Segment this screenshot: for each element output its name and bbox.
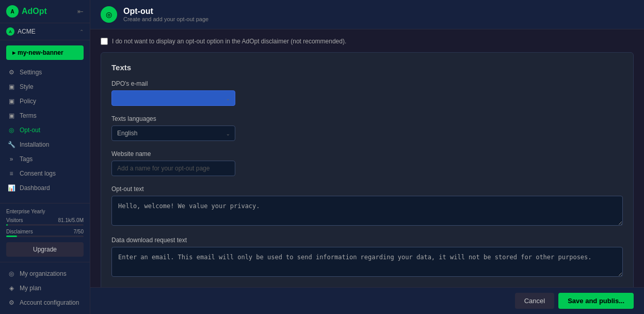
logo-icon: A bbox=[6, 5, 19, 18]
visitors-row: Visitors 81.1k/5.0M bbox=[6, 217, 84, 223]
sidebar-item-label: My organizations bbox=[20, 270, 67, 277]
sidebar-bottom: ◎ My organizations ◈ My plan ⚙ Account c… bbox=[0, 262, 90, 314]
sidebar-item-label: Account configuration bbox=[20, 299, 79, 306]
opt-out-text-textarea[interactable] bbox=[111, 196, 623, 226]
texts-languages-label: Texts languages bbox=[111, 115, 623, 122]
sidebar-item-label: Opt-out bbox=[20, 127, 40, 134]
dpo-email-wrapper bbox=[111, 90, 235, 106]
sidebar-item-my-plan[interactable]: ◈ My plan bbox=[0, 281, 90, 295]
sidebar-item-tags[interactable]: » Tags bbox=[0, 152, 90, 166]
no-display-checkbox[interactable] bbox=[101, 38, 108, 45]
visitors-bar-fill bbox=[6, 224, 8, 226]
dpo-email-select[interactable] bbox=[111, 90, 235, 106]
chevron-icon: ⌃ bbox=[79, 29, 84, 35]
sidebar-item-label: My plan bbox=[20, 285, 41, 292]
account-config-icon: ⚙ bbox=[7, 299, 15, 306]
sidebar-item-style[interactable]: ▣ Style bbox=[0, 80, 90, 94]
dpo-email-group: DPO's e-mail bbox=[111, 80, 623, 106]
sidebar: A AdOpt ⇤ A ACME ⌃ my-new-banner ⚙ Setti… bbox=[0, 0, 90, 314]
card-section-title: Texts bbox=[111, 63, 623, 72]
logo-text: AdOpt bbox=[22, 7, 47, 16]
collapse-icon[interactable]: ⇤ bbox=[77, 7, 84, 15]
sidebar-item-label: Style bbox=[20, 83, 34, 90]
footer: Cancel Save and publis... bbox=[90, 287, 644, 314]
visitors-bar bbox=[6, 224, 84, 226]
org-selector[interactable]: A ACME ⌃ bbox=[0, 23, 90, 40]
sidebar-item-terms[interactable]: ▣ Terms bbox=[0, 108, 90, 123]
policy-icon: ▣ bbox=[7, 98, 15, 105]
my-plan-icon: ◈ bbox=[7, 285, 15, 292]
logo: A AdOpt bbox=[6, 5, 47, 18]
disclaimers-bar bbox=[6, 236, 84, 237]
page-header: ◎ Opt-out Create and add your opt-out pa… bbox=[90, 0, 644, 29]
cancel-button[interactable]: Cancel bbox=[515, 293, 554, 309]
language-select-wrapper: English Spanish French German Portuguese bbox=[111, 125, 235, 141]
installation-icon: 🔧 bbox=[7, 141, 15, 148]
sidebar-item-account-config[interactable]: ⚙ Account configuration bbox=[0, 295, 90, 310]
opt-out-text-label: Opt-out text bbox=[111, 185, 623, 193]
page-title: Opt-out bbox=[123, 7, 208, 16]
language-select[interactable]: English Spanish French German Portuguese bbox=[111, 125, 235, 141]
dashboard-icon: 📊 bbox=[7, 184, 15, 192]
org-name-label: ACME bbox=[18, 28, 36, 35]
plan-label: Enterprise Yearly bbox=[6, 209, 84, 214]
sidebar-item-label: Installation bbox=[20, 141, 49, 148]
sidebar-item-policy[interactable]: ▣ Policy bbox=[0, 94, 90, 108]
tags-icon: » bbox=[7, 155, 15, 163]
org-avatar: A bbox=[6, 27, 14, 36]
website-name-label: Website name bbox=[111, 150, 623, 158]
sidebar-item-opt-out[interactable]: ◎ Opt-out bbox=[0, 123, 90, 137]
texts-card: Texts DPO's e-mail Texts languages Engli… bbox=[101, 52, 634, 314]
sidebar-item-label: Tags bbox=[20, 155, 33, 163]
terms-icon: ▣ bbox=[7, 112, 15, 119]
sidebar-item-settings[interactable]: ⚙ Settings bbox=[0, 65, 90, 80]
upgrade-button[interactable]: Upgrade bbox=[6, 242, 84, 257]
texts-languages-group: Texts languages English Spanish French G… bbox=[111, 115, 623, 141]
no-display-label: I do not want to display an opt-out opti… bbox=[112, 38, 346, 45]
nav-section: ⚙ Settings ▣ Style ▣ Policy ▣ Terms ◎ Op… bbox=[0, 63, 90, 203]
data-download-textarea[interactable] bbox=[111, 247, 623, 277]
sidebar-item-label: Dashboard bbox=[20, 184, 50, 192]
data-download-group: Data download request text bbox=[111, 237, 623, 278]
sidebar-item-label: Consent logs bbox=[20, 170, 56, 177]
sidebar-item-my-organizations[interactable]: ◎ My organizations bbox=[0, 266, 90, 281]
sidebar-item-consent-logs[interactable]: ≡ Consent logs bbox=[0, 166, 90, 181]
website-name-group: Website name bbox=[111, 150, 623, 176]
sidebar-logo: A AdOpt ⇤ bbox=[0, 0, 90, 23]
sidebar-item-label: Terms bbox=[20, 112, 37, 119]
save-publish-button[interactable]: Save and publis... bbox=[558, 293, 634, 309]
consent-logs-icon: ≡ bbox=[7, 170, 15, 177]
dpo-email-label: DPO's e-mail bbox=[111, 80, 623, 87]
sidebar-item-dashboard[interactable]: 📊 Dashboard bbox=[0, 181, 90, 195]
page-header-icon: ◎ bbox=[101, 6, 117, 23]
no-display-checkbox-row: I do not want to display an opt-out opti… bbox=[101, 38, 634, 45]
disclaimers-row: Disclaimers 7/50 bbox=[6, 229, 84, 234]
style-icon: ▣ bbox=[7, 83, 15, 90]
data-download-label: Data download request text bbox=[111, 237, 623, 244]
sidebar-item-label: Settings bbox=[20, 69, 42, 76]
disclaimers-bar-fill bbox=[6, 236, 17, 237]
website-name-input[interactable] bbox=[111, 161, 235, 176]
opt-out-icon: ◎ bbox=[7, 127, 15, 134]
content-area: I do not want to display an opt-out opti… bbox=[90, 29, 644, 314]
sidebar-item-installation[interactable]: 🔧 Installation bbox=[0, 137, 90, 152]
main-area: ◎ Opt-out Create and add your opt-out pa… bbox=[90, 0, 644, 314]
settings-icon: ⚙ bbox=[7, 69, 15, 76]
sidebar-item-label: Policy bbox=[20, 98, 36, 105]
banner-item[interactable]: my-new-banner bbox=[6, 45, 84, 60]
plan-section: Enterprise Yearly Visitors 81.1k/5.0M Di… bbox=[0, 203, 90, 262]
opt-out-text-group: Opt-out text bbox=[111, 185, 623, 227]
page-subtitle: Create and add your opt-out page bbox=[123, 16, 208, 22]
my-organizations-icon: ◎ bbox=[7, 270, 15, 277]
